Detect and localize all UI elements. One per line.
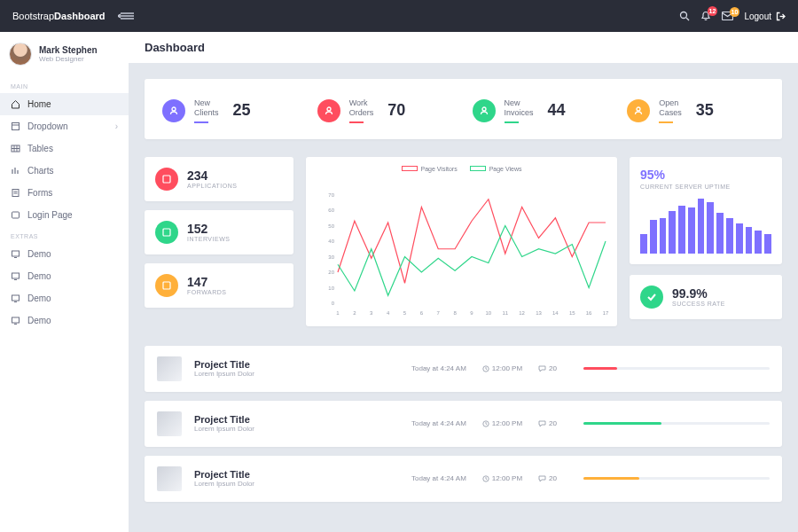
project-thumbnail — [157, 411, 182, 436]
uptime-bar — [698, 199, 705, 254]
uptime-bar — [764, 234, 771, 254]
project-time: 12:00 PM — [482, 474, 522, 482]
kpi-invoices: NewInvoices44 — [473, 98, 610, 123]
uptime-bar — [746, 227, 753, 254]
sidebar-toggle-icon[interactable] — [118, 12, 134, 20]
sidebar-item-label: Dropdown — [27, 121, 68, 131]
user-block[interactable]: Mark Stephen Web Designer — [0, 32, 129, 76]
kpi-label: WorkOrders — [349, 98, 374, 123]
search-icon[interactable] — [679, 11, 690, 21]
stat-icon — [155, 221, 178, 244]
sidebar-item-demo[interactable]: Demo — [0, 265, 129, 287]
svg-rect-31 — [163, 176, 170, 183]
project-subtitle: Lorem Ipsum Dolor — [194, 370, 254, 378]
sidebar-item-charts[interactable]: Charts — [0, 160, 129, 182]
uptime-bar — [688, 207, 695, 254]
chart-legend: Page Visitors Page Views — [317, 166, 606, 172]
sidebar-item-label: Home — [27, 99, 51, 109]
project-title: Project Title — [194, 469, 254, 480]
kpi-icon — [162, 99, 185, 122]
stat-label: APPLICATIONS — [187, 183, 237, 189]
sidebar-section-main: MAIN — [0, 76, 129, 93]
sidebar-item-demo[interactable]: Demo — [0, 243, 129, 265]
svg-text:60: 60 — [328, 207, 334, 213]
topbar: BootstrapDashboard 12 10 Logout — [0, 0, 798, 32]
stat-applications: 234APPLICATIONS — [145, 157, 293, 201]
svg-text:6: 6 — [420, 310, 424, 316]
sidebar-item-label: Demo — [27, 271, 51, 281]
topbar-actions: 12 10 Logout — [679, 11, 786, 21]
kpi-value: 70 — [387, 101, 405, 120]
project-thumbnail — [157, 466, 182, 491]
svg-text:50: 50 — [328, 223, 334, 228]
project-comments: 20 — [538, 419, 557, 427]
svg-text:4: 4 — [387, 310, 390, 316]
project-date: Today at 4:24 AM — [411, 474, 466, 482]
sidebar-item-login-page[interactable]: Login Page — [0, 204, 129, 226]
demo-icon — [11, 293, 20, 303]
svg-text:13: 13 — [536, 310, 542, 316]
success-label: SUCCESS RATE — [672, 301, 725, 307]
project-row[interactable]: Project TitleLorem Ipsum DolorToday at 4… — [145, 456, 782, 502]
project-title: Project Title — [194, 359, 254, 370]
sidebar-item-demo[interactable]: Demo — [0, 309, 129, 332]
stat-label: FORWARDS — [187, 289, 226, 295]
bell-icon[interactable]: 12 — [700, 11, 711, 21]
svg-text:2: 2 — [353, 310, 356, 316]
svg-text:1: 1 — [336, 310, 340, 316]
project-thumbnail — [157, 356, 182, 381]
project-row[interactable]: Project TitleLorem Ipsum DolorToday at 4… — [145, 401, 782, 447]
stat-icon — [155, 168, 178, 191]
check-icon — [640, 286, 663, 309]
project-progress — [583, 422, 770, 425]
kpi-orders: WorkOrders70 — [317, 98, 455, 123]
sidebar-item-tables[interactable]: Tables — [0, 137, 129, 160]
uptime-bar — [755, 231, 762, 254]
mail-icon[interactable]: 10 — [722, 12, 733, 20]
sidebar-item-demo[interactable]: Demo — [0, 287, 129, 309]
projects-list: Project TitleLorem Ipsum DolorToday at 4… — [145, 346, 782, 502]
page-title: Dashboard — [129, 32, 798, 63]
svg-text:7: 7 — [437, 310, 441, 316]
sidebar: Mark Stephen Web Designer MAIN HomeDropd… — [0, 32, 129, 532]
svg-rect-33 — [163, 282, 170, 289]
chart-icon — [11, 166, 20, 176]
kpi-icon — [473, 99, 496, 122]
svg-line-4 — [686, 18, 689, 20]
kpi-label: NewInvoices — [505, 98, 534, 123]
legend-item-visitors: Page Visitors — [402, 166, 458, 172]
sidebar-section-extras: EXTRAS — [0, 226, 129, 243]
stat-interviews: 152INTERVIEWS — [145, 210, 293, 254]
project-date: Today at 4:24 AM — [411, 364, 466, 372]
project-title: Project Title — [194, 414, 254, 425]
success-card: 99.9% SUCCESS RATE — [630, 275, 782, 319]
stat-label: INTERVIEWS — [187, 236, 230, 242]
home-icon — [11, 99, 20, 109]
sidebar-item-home[interactable]: Home — [0, 93, 129, 115]
svg-rect-23 — [12, 295, 20, 301]
svg-point-30 — [637, 107, 640, 111]
project-row[interactable]: Project TitleLorem Ipsum DolorToday at 4… — [145, 346, 782, 392]
kpi-icon — [317, 99, 340, 122]
sidebar-item-forms[interactable]: Forms — [0, 182, 129, 204]
kpi-label: OpenCases — [659, 98, 682, 123]
uptime-bar — [736, 223, 743, 254]
login-icon — [11, 210, 20, 220]
svg-text:10: 10 — [486, 310, 492, 316]
logout-button[interactable]: Logout — [744, 12, 786, 21]
brand[interactable]: BootstrapDashboard — [12, 11, 106, 21]
uptime-bar — [640, 234, 647, 254]
uptime-bar — [669, 211, 676, 254]
svg-text:12: 12 — [519, 310, 525, 316]
sidebar-item-dropdown[interactable]: Dropdown› — [0, 115, 129, 137]
stat-icon — [155, 274, 178, 297]
stat-value: 234 — [187, 168, 237, 183]
svg-text:11: 11 — [502, 310, 508, 316]
uptime-label: CURRENT SERVER UPTIME — [640, 184, 771, 190]
main: Dashboard NewClients25WorkOrders70NewInv… — [129, 32, 798, 532]
sidebar-item-label: Charts — [27, 166, 53, 176]
project-meta: Today at 4:24 AM12:00 PM20 — [411, 364, 557, 372]
project-meta: Today at 4:24 AM12:00 PM20 — [411, 419, 557, 427]
legend-item-views: Page Views — [470, 166, 522, 172]
chev-icon — [11, 121, 20, 131]
